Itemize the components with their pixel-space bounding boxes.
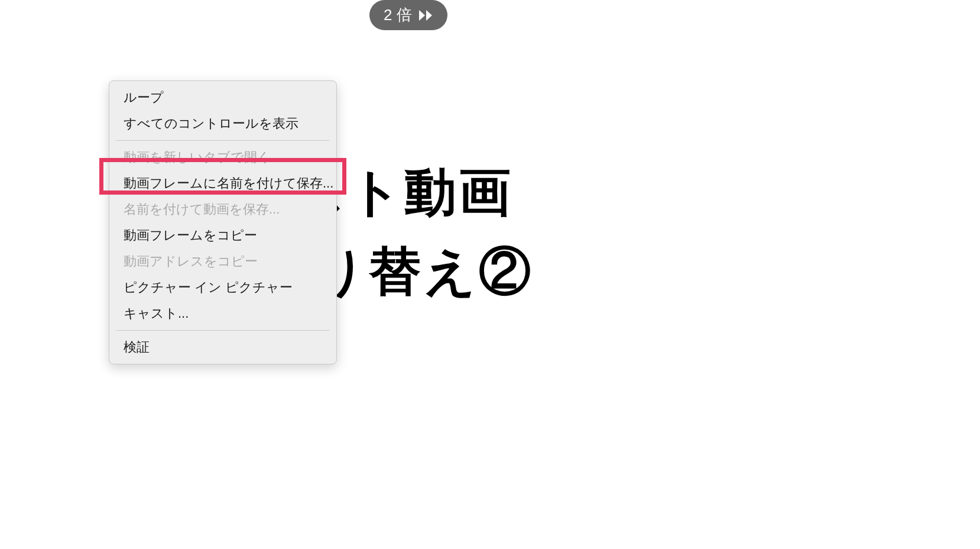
menu-item-save-frame-as[interactable]: 動画フレームに名前を付けて保存... bbox=[109, 170, 336, 196]
menu-item-inspect[interactable]: 検証 bbox=[109, 334, 336, 360]
speed-label: 2 倍 bbox=[384, 5, 412, 25]
menu-item-copy-frame[interactable]: 動画フレームをコピー bbox=[109, 222, 336, 248]
menu-item-copy-address: 動画アドレスをコピー bbox=[109, 248, 336, 274]
video-context-menu: ループ すべてのコントロールを表示 動画を新しいタブで開く 動画フレームに名前を… bbox=[109, 80, 337, 364]
menu-separator bbox=[116, 330, 329, 331]
menu-item-loop[interactable]: ループ bbox=[109, 85, 336, 111]
menu-item-show-all-controls[interactable]: すべてのコントロールを表示 bbox=[109, 111, 336, 137]
menu-item-save-video-as: 名前を付けて動画を保存... bbox=[109, 196, 336, 222]
menu-item-picture-in-picture[interactable]: ピクチャー イン ピクチャー bbox=[109, 274, 336, 301]
menu-separator bbox=[116, 140, 329, 141]
menu-item-cast[interactable]: キャスト... bbox=[109, 301, 336, 327]
menu-item-open-new-tab: 動画を新しいタブで開く bbox=[109, 144, 336, 170]
video-title-line2: り替え② bbox=[313, 237, 533, 307]
playback-speed-indicator[interactable]: 2 倍 bbox=[369, 0, 447, 30]
fast-forward-icon bbox=[419, 10, 433, 21]
